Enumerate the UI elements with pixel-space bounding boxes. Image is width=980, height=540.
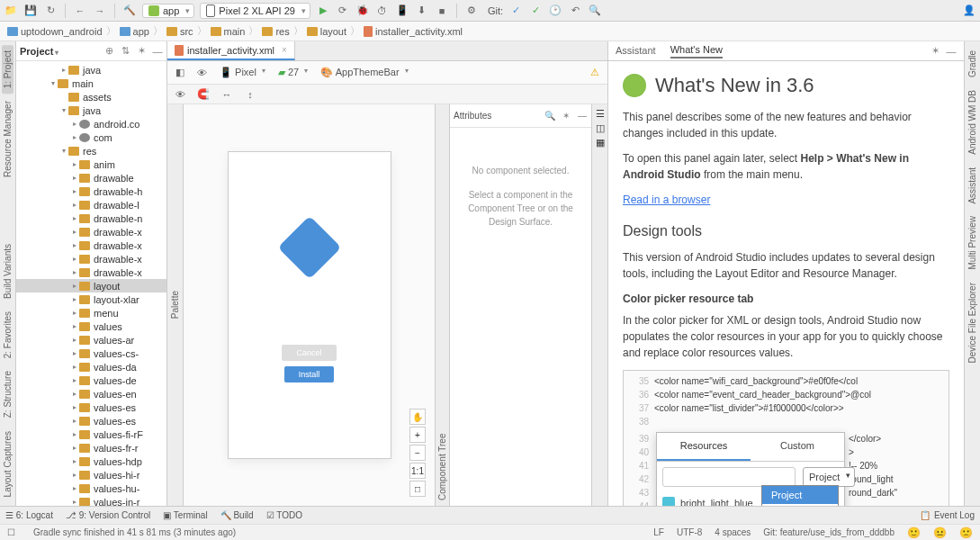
collapse-icon[interactable]: ⇅ — [120, 46, 130, 57]
tree-item[interactable]: ▸values-ar — [16, 333, 166, 346]
rail-assistant[interactable]: Assistant — [967, 162, 978, 210]
close-icon[interactable]: × — [282, 45, 287, 55]
install-button[interactable]: Install — [284, 366, 335, 382]
tree-item[interactable]: ▸anim — [16, 158, 166, 171]
api-select[interactable]: ▰ 27 — [274, 66, 310, 79]
tree-item[interactable]: ▸values-cs- — [16, 346, 166, 360]
tree-item[interactable]: ▸values-es — [16, 414, 166, 428]
history-icon[interactable]: 🕑 — [548, 4, 562, 18]
tree-item[interactable]: ▸drawable-x — [16, 225, 166, 238]
status-lf[interactable]: LF — [653, 527, 664, 537]
zoom-11[interactable]: 1:1 — [409, 463, 426, 479]
crumb[interactable]: layout — [305, 26, 348, 37]
rail-resource-manager[interactable]: Resource Manager — [2, 95, 13, 183]
tree-item[interactable]: ▾main — [16, 76, 166, 90]
tool-version-control[interactable]: ⎇ 9: Version Control — [66, 510, 150, 520]
run-icon[interactable]: ▶ — [316, 4, 330, 18]
component-tree-rail[interactable]: Component Tree — [435, 104, 449, 506]
tree-item[interactable]: ▸drawable — [16, 171, 166, 184]
tree-item[interactable]: ▸values-da — [16, 360, 166, 374]
avd-icon[interactable]: 📱 — [395, 4, 409, 18]
cancel-button[interactable]: Cancel — [282, 345, 336, 361]
hide-icon[interactable]: — — [577, 111, 588, 122]
layers-icon[interactable]: ◧ — [173, 66, 187, 80]
apply-changes-icon[interactable]: ⟳ — [336, 4, 350, 18]
tree-item[interactable]: ▸com — [16, 130, 166, 144]
tree-item[interactable]: ▸values-fi-rF — [16, 428, 166, 441]
tree-item[interactable]: ▸java — [16, 63, 166, 76]
tree-item[interactable]: ▾res — [16, 144, 166, 158]
tree-item[interactable]: assets — [16, 90, 166, 104]
undo-icon[interactable]: ← — [73, 4, 87, 18]
tab-whatsnew[interactable]: What's New — [670, 44, 723, 58]
eye-icon[interactable]: 👁 — [194, 66, 209, 80]
rail-gradle[interactable]: Gradle — [967, 45, 978, 83]
read-browser-link[interactable]: Read in a browser — [623, 194, 710, 206]
more-icon[interactable]: ⚙ — [464, 4, 479, 18]
crumb[interactable]: src — [165, 26, 195, 37]
tool-logcat[interactable]: ☰ 6: Logcat — [5, 510, 53, 520]
tree-item[interactable]: ▸menu — [16, 306, 166, 320]
arrows-icon[interactable]: ↔ — [220, 87, 234, 102]
rail-device-explorer[interactable]: Device File Explorer — [967, 277, 978, 368]
pan-icon[interactable]: ✋ — [409, 409, 426, 425]
profiler-icon[interactable]: ⏱ — [375, 4, 390, 18]
zoom-fit[interactable]: □ — [409, 481, 426, 497]
device-select[interactable]: 📱 Pixel — [216, 66, 267, 79]
user-icon[interactable]: 👤 — [962, 4, 976, 18]
theme-select[interactable]: 🎨 AppThemeBar — [317, 66, 409, 79]
git-commit-icon[interactable]: ✓ — [528, 4, 543, 18]
revert-icon[interactable]: ↶ — [568, 4, 582, 18]
gear-icon[interactable]: ✶ — [561, 111, 571, 122]
open-icon[interactable]: 📁 — [4, 4, 18, 18]
warning-icon[interactable]: ⚠ — [588, 66, 602, 80]
magnet-icon[interactable]: 🧲 — [196, 87, 211, 102]
sdk-icon[interactable]: ⬇ — [415, 4, 429, 18]
tree-item[interactable]: ▸layout-xlar — [16, 292, 166, 306]
gear-icon[interactable]: ✶ — [136, 46, 147, 57]
rail-project[interactable]: 1: Project — [2, 45, 13, 94]
tree-item[interactable]: ▸drawable-n — [16, 212, 166, 225]
crumb[interactable]: app — [118, 26, 151, 37]
tree-item[interactable]: ▸values — [16, 320, 166, 333]
tree-item[interactable]: ▸android.co — [16, 117, 166, 130]
view-code-icon[interactable]: ☰ — [595, 108, 606, 119]
hide-icon[interactable]: — — [946, 46, 957, 57]
tree-item[interactable]: ▸layout — [16, 279, 166, 292]
rail-captures[interactable]: Layout Captures — [2, 426, 13, 502]
design-surface[interactable]: Cancel Install ✋ + − 1:1 □ — [184, 104, 435, 506]
redo-icon[interactable]: → — [93, 4, 107, 18]
tree-item[interactable]: ▸drawable-h — [16, 184, 166, 198]
tool-todo[interactable]: ☑ TODO — [266, 510, 302, 520]
tab-assistant[interactable]: Assistant — [616, 45, 656, 58]
save-icon[interactable]: 💾 — [23, 4, 38, 18]
status-encoding[interactable]: UTF-8 — [677, 527, 702, 537]
project-tree[interactable]: ▸java▾mainassets▾java▸android.co▸com▾res… — [16, 61, 166, 506]
zoom-out[interactable]: − — [409, 445, 426, 461]
sync-icon[interactable]: ↻ — [43, 4, 58, 18]
debug-icon[interactable]: 🐞 — [355, 4, 370, 18]
crumb[interactable]: installer_activity.xml — [362, 26, 464, 37]
search-icon[interactable]: 🔍 — [544, 111, 555, 122]
popup-tab-custom[interactable]: Custom — [751, 433, 844, 461]
tree-item[interactable]: ▸values-de — [16, 374, 166, 387]
crumb[interactable]: uptodown_android — [5, 26, 104, 37]
hammer-icon[interactable]: 🔨 — [122, 4, 137, 18]
view-design-icon[interactable]: ▦ — [595, 137, 606, 148]
crumb[interactable]: main — [209, 26, 247, 37]
rail-structure[interactable]: Z: Structure — [2, 365, 13, 423]
palette-rail[interactable]: Palette — [167, 104, 184, 506]
tree-item[interactable]: ▸drawable-x — [16, 266, 166, 279]
tree-item[interactable]: ▾java — [16, 104, 166, 117]
status-branch[interactable]: Git: feature/use_ids_from_dddbb — [763, 527, 895, 537]
popup-tab-resources[interactable]: Resources — [657, 433, 751, 461]
tree-item[interactable]: ▸drawable-x — [16, 238, 166, 252]
tree-item[interactable]: ▸values-es — [16, 400, 166, 414]
project-view-selector[interactable]: Project — [20, 46, 67, 57]
hide-icon[interactable]: — — [152, 46, 163, 57]
rail-favorites[interactable]: 2: Favorites — [2, 306, 13, 364]
tool-event-log[interactable]: 📋 Event Log — [920, 510, 975, 520]
gear-icon[interactable]: ✶ — [930, 46, 940, 57]
tool-build[interactable]: 🔨 Build — [220, 510, 254, 520]
scope-option[interactable]: Project — [762, 486, 838, 505]
